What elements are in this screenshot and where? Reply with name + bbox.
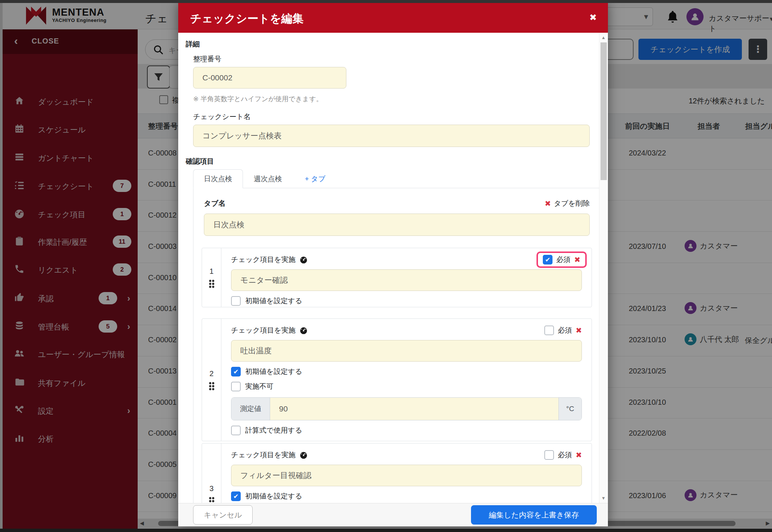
modal-body: 詳細 整理番号 C-00002 ※ 半角英数字とハイフンが使用できます。 チェッ… [178,33,608,503]
tab-daily[interactable]: 日次点検 [193,169,243,188]
cancel-button[interactable]: キャンセル [193,505,253,525]
exec-label: チェック項目を実施 [231,450,295,460]
exec-label: チェック項目を実施 [231,255,295,265]
check-item-card-1: 1 チェック項目を実施 ✔ 必須 ✖ [202,248,592,307]
card-index: 2 [209,369,214,378]
drag-handle-icon[interactable] [209,497,215,503]
edit-checksheet-modal: チェックシートを編集 ✖ 詳細 整理番号 C-00002 ※ 半角英数字とハイフ… [178,3,608,526]
initial-value-label: 初期値を設定する [245,296,302,306]
required-checkbox[interactable] [544,326,554,335]
remove-item-icon[interactable]: ✖ [576,326,582,335]
check-item-input[interactable]: モニター確認 [231,269,582,291]
id-field-label: 整理番号 [193,54,221,64]
required-group: 必須 ✖ [544,326,582,335]
initial-value-checkbox[interactable]: ✔ [231,367,241,376]
scroll-up-icon[interactable]: ▲ [601,35,606,40]
initial-value-checkbox[interactable] [231,296,241,306]
required-checkbox[interactable] [544,450,554,460]
required-label: 必須 [558,450,572,460]
formula-label: 計算式で使用する [245,426,302,435]
exec-label: チェック項目を実施 [231,326,295,335]
drag-handle-icon[interactable] [209,382,215,391]
save-button[interactable]: 編集した内容を上書き保存 [471,505,597,525]
name-field-label: チェックシート名 [193,112,251,122]
gauge-icon [299,256,308,264]
scroll-down-icon[interactable]: ▼ [601,496,606,501]
check-icon: ✔ [233,369,238,375]
card-index: 3 [209,484,214,493]
modal-footer: キャンセル 編集した内容を上書き保存 [178,503,608,526]
check-icon: ✔ [545,257,550,263]
app-root: MENTENA YACHIYO Engineering チェ ▾ カスタマーサポ… [0,0,772,532]
initial-value-label: 初期値を設定する [245,491,302,501]
measure-label: 測定値 [231,398,270,420]
required-checkbox[interactable]: ✔ [543,255,552,265]
section-details: 詳細 [186,39,200,49]
measure-row: 測定値 90 °C [231,397,582,420]
id-input[interactable]: C-00002 [193,67,346,89]
not-executable-checkbox[interactable] [231,382,241,391]
modal-scrollbar-thumb[interactable] [600,42,607,180]
check-item-card-2: 2 チェック項目を実施 必須 ✖ [202,318,592,441]
tab-weekly[interactable]: 週次点検 [243,169,293,188]
not-executable-label: 実施不可 [245,382,273,391]
check-item-input[interactable]: フィルター目視確認 [231,465,582,486]
check-item-input[interactable]: 吐出温度 [231,340,582,362]
required-group: 必須 ✖ [544,450,582,460]
tab-name-label: タブ名 [204,199,225,208]
close-icon[interactable]: ✖ [589,12,597,23]
window-top-edge [0,0,772,3]
remove-item-icon[interactable]: ✖ [574,255,580,264]
window-bottom-edge [0,529,772,532]
required-label: 必須 [558,326,572,335]
id-field-note: ※ 半角英数字とハイフンが使用できます。 [193,94,323,103]
modal-header: チェックシートを編集 ✖ [178,3,608,33]
remove-item-icon[interactable]: ✖ [576,451,582,459]
gauge-icon [299,451,308,459]
measure-unit: °C [558,398,582,420]
check-icon: ✔ [233,493,238,500]
initial-value-checkbox[interactable]: ✔ [231,491,241,501]
delete-x-icon: ✖ [545,199,551,208]
measure-input[interactable]: 90 [270,398,558,420]
check-item-card-3: 3 チェック項目を実施 必須 ✖ [202,443,592,503]
tab-panel: タブ名 ✖ タブを削除 日次点検 1 チェック項目を実施 [193,188,600,503]
section-check-items: 確認項目 [186,157,214,166]
modal-title: チェックシートを編集 [190,11,304,26]
name-input[interactable]: コンプレッサー点検表 [193,125,590,147]
modal-scrollbar[interactable]: ▲ ▼ [599,33,608,503]
drag-handle-icon[interactable] [209,279,215,288]
formula-checkbox[interactable] [231,426,241,435]
card-index: 1 [209,267,214,276]
required-group-highlighted: ✔ 必須 ✖ [536,251,587,268]
initial-value-label: 初期値を設定する [245,367,302,376]
gauge-icon [299,326,308,334]
add-tab-button[interactable]: + タブ [297,169,334,188]
tab-name-input[interactable]: 日次点検 [204,214,590,236]
required-label: 必須 [556,255,570,265]
delete-tab-button[interactable]: ✖ タブを削除 [545,199,590,208]
